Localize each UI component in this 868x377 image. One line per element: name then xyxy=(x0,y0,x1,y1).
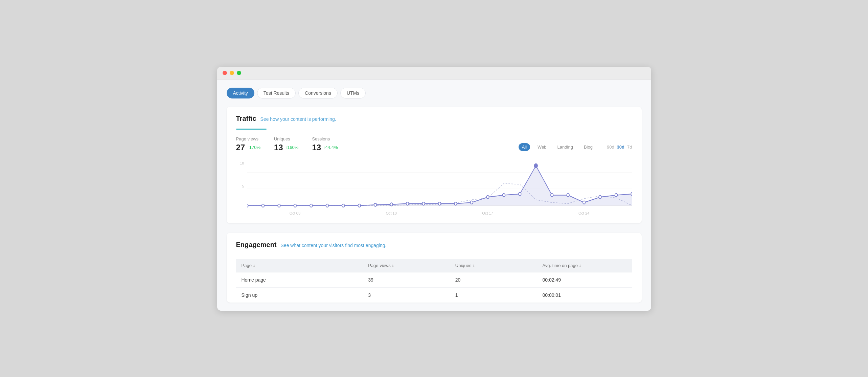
filter-web[interactable]: Web xyxy=(534,143,550,151)
filter-blog[interactable]: Blog xyxy=(580,143,596,151)
cell-avgtime-1: 00:02:49 xyxy=(537,272,632,287)
svg-point-18 xyxy=(470,201,473,204)
app-window: Activity Test Results Conversions UTMs T… xyxy=(217,67,651,311)
y-axis-labels: 10 5 xyxy=(236,161,244,215)
svg-point-27 xyxy=(615,194,617,197)
filter-7d[interactable]: 7d xyxy=(627,145,632,150)
col-uniques[interactable]: Uniques xyxy=(450,259,537,272)
minimize-button[interactable] xyxy=(230,71,234,75)
close-button[interactable] xyxy=(223,71,227,75)
traffic-underline xyxy=(236,129,267,130)
x-label-oct03: Oct 03 xyxy=(290,211,300,215)
engagement-card: Engagement See what content your visitor… xyxy=(227,233,642,303)
cell-uniques-2: 1 xyxy=(450,287,537,303)
tab-utms[interactable]: UTMs xyxy=(340,88,366,98)
uniques-label: Uniques xyxy=(274,136,298,141)
cell-pageviews-2: 3 xyxy=(363,287,450,303)
svg-point-21 xyxy=(518,192,521,195)
titlebar xyxy=(217,67,651,80)
traffic-card: Traffic See how your content is performi… xyxy=(227,107,642,223)
traffic-title: Traffic xyxy=(236,115,256,123)
svg-point-12 xyxy=(374,203,376,206)
tab-activity[interactable]: Activity xyxy=(227,88,254,98)
svg-point-16 xyxy=(438,202,441,205)
col-page[interactable]: Page xyxy=(236,259,363,272)
col-page-views[interactable]: Page views xyxy=(363,259,450,272)
chart-svg-wrapper xyxy=(247,161,632,215)
svg-point-22 xyxy=(534,164,537,168)
svg-point-19 xyxy=(486,195,489,198)
page-views-value: 27 ↑170% xyxy=(236,143,260,152)
cell-page-1: Home page xyxy=(236,272,363,287)
page-views-label: Page views xyxy=(236,136,260,141)
svg-point-8 xyxy=(310,204,313,207)
svg-point-4 xyxy=(247,204,248,207)
sessions-change: ↑44.4% xyxy=(323,145,338,150)
metric-uniques: Uniques 13 ↑160% xyxy=(274,136,298,152)
filter-30d[interactable]: 30d xyxy=(617,145,624,150)
filter-landing[interactable]: Landing xyxy=(554,143,576,151)
svg-point-13 xyxy=(390,203,393,206)
main-content: Activity Test Results Conversions UTMs T… xyxy=(217,80,651,311)
svg-point-26 xyxy=(599,195,601,198)
svg-point-10 xyxy=(342,204,344,207)
traffic-subtitle: See how your content is performing. xyxy=(260,116,336,122)
svg-point-15 xyxy=(422,202,425,205)
metric-page-views: Page views 27 ↑170% xyxy=(236,136,260,152)
table-row: Home page 39 20 00:02:49 xyxy=(236,272,632,287)
table-header-row: Page Page views Uniques Avg. time on pag… xyxy=(236,259,632,272)
svg-point-5 xyxy=(261,204,264,207)
uniques-value: 13 ↑160% xyxy=(274,143,298,152)
uniques-change: ↑160% xyxy=(285,145,299,150)
svg-point-6 xyxy=(278,204,280,207)
sessions-label: Sessions xyxy=(312,136,338,141)
svg-point-28 xyxy=(631,192,632,195)
svg-point-25 xyxy=(583,201,585,204)
engagement-table-container: Page Page views Uniques Avg. time on pag… xyxy=(236,259,632,303)
tab-bar: Activity Test Results Conversions UTMs xyxy=(227,88,642,98)
metrics-row: Page views 27 ↑170% Uniques 13 ↑160% xyxy=(236,136,338,152)
time-filter-group: 90d 30d 7d xyxy=(607,145,632,150)
filter-all[interactable]: All xyxy=(519,143,530,151)
filter-90d[interactable]: 90d xyxy=(607,145,614,150)
x-label-oct24: Oct 24 xyxy=(578,211,589,215)
engagement-subtitle: See what content your visitors find most… xyxy=(281,243,387,248)
maximize-button[interactable] xyxy=(237,71,241,75)
x-label-oct17: Oct 17 xyxy=(482,211,493,215)
chart-svg xyxy=(247,161,632,215)
svg-point-24 xyxy=(567,194,569,197)
chart-filter-pills: All Web Landing Blog xyxy=(519,143,596,151)
svg-point-20 xyxy=(502,194,505,197)
svg-point-7 xyxy=(294,204,296,207)
table-row: Sign up 3 1 00:00:01 xyxy=(236,287,632,303)
svg-point-23 xyxy=(550,194,553,197)
traffic-chart: 10 5 xyxy=(236,161,632,215)
sessions-value: 13 ↑44.4% xyxy=(312,143,338,152)
cell-uniques-1: 20 xyxy=(450,272,537,287)
cell-page-2: Sign up xyxy=(236,287,363,303)
svg-point-9 xyxy=(326,204,328,207)
svg-point-14 xyxy=(406,202,409,205)
svg-point-17 xyxy=(454,202,457,205)
page-views-change: ↑170% xyxy=(247,145,260,150)
x-axis-labels: Oct 03 Oct 10 Oct 17 Oct 24 xyxy=(247,211,632,215)
svg-marker-3 xyxy=(247,165,632,205)
metric-sessions: Sessions 13 ↑44.4% xyxy=(312,136,338,152)
engagement-table: Page Page views Uniques Avg. time on pag… xyxy=(236,259,632,303)
svg-point-11 xyxy=(358,204,361,207)
tab-test-results[interactable]: Test Results xyxy=(257,88,296,98)
chart-header: Page views 27 ↑170% Uniques 13 ↑160% xyxy=(236,136,632,158)
tab-conversions[interactable]: Conversions xyxy=(298,88,338,98)
cell-pageviews-1: 39 xyxy=(363,272,450,287)
x-label-oct10: Oct 10 xyxy=(386,211,396,215)
cell-avgtime-2: 00:00:01 xyxy=(537,287,632,303)
col-avg-time[interactable]: Avg. time on page xyxy=(537,259,632,272)
engagement-title: Engagement xyxy=(236,241,277,249)
